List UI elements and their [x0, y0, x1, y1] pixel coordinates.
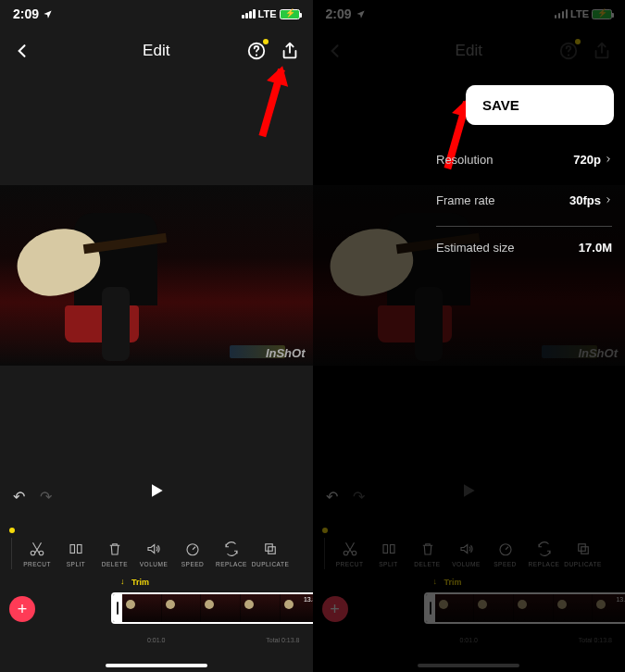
- timeline[interactable]: + Trim 13.8: [0, 585, 313, 631]
- svg-rect-3: [78, 544, 82, 553]
- trim-handle-left[interactable]: [113, 594, 122, 622]
- undo-redo: ↶ ↷: [13, 488, 52, 505]
- watermark: InShOt: [266, 346, 306, 360]
- current-time: 0:01.0: [147, 637, 165, 643]
- edit-toolbar: PRECUT SPLIT DELETE VOLUME SPEED REPLACE…: [0, 526, 313, 581]
- svg-rect-13: [581, 546, 588, 554]
- setting-resolution[interactable]: Resolution 720p: [436, 139, 612, 180]
- svg-rect-2: [70, 544, 75, 553]
- setting-label: Frame rate: [436, 193, 495, 207]
- svg-rect-12: [578, 543, 585, 551]
- status-indicators: LTE: [242, 8, 299, 19]
- header: Edit: [0, 28, 313, 74]
- help-icon[interactable]: [558, 41, 579, 61]
- status-time: 2:09: [13, 6, 53, 21]
- tool-split[interactable]: SPLIT: [56, 541, 95, 567]
- chevron-right-icon: [605, 194, 612, 205]
- setting-label: Resolution: [436, 153, 493, 167]
- clip-track[interactable]: 13.8: [111, 592, 313, 624]
- svg-rect-6: [269, 546, 276, 554]
- setting-value: 30fps: [569, 193, 601, 207]
- setting-framerate[interactable]: Frame rate 30fps: [436, 180, 612, 220]
- tool-volume[interactable]: VOLUME: [134, 541, 173, 567]
- setting-value: 720p: [573, 153, 601, 167]
- svg-rect-10: [390, 544, 394, 553]
- toolbar-dot: [9, 528, 15, 533]
- share-icon[interactable]: [592, 41, 612, 61]
- tool-precut[interactable]: PRECUT: [18, 541, 56, 567]
- screenshot-right: 2:09 LTE Edit InShOt ↶↷ PRECUT SPLIT: [313, 0, 626, 672]
- undo-icon[interactable]: ↶: [13, 488, 25, 505]
- network-label: LTE: [258, 8, 277, 19]
- export-settings: Resolution 720p Frame rate 30fps Estimat…: [436, 139, 612, 268]
- battery-icon: [280, 9, 300, 19]
- status-bar: 2:09 LTE: [313, 0, 626, 28]
- edit-toolbar: PRECUT SPLIT DELETE VOLUME SPEED REPLACE…: [313, 526, 626, 581]
- home-indicator[interactable]: [106, 664, 207, 667]
- location-icon: [43, 9, 53, 19]
- svg-point-1: [255, 54, 256, 56]
- tool-duplicate[interactable]: DUPLICATE: [251, 541, 290, 567]
- clip-duration: 13.8: [304, 596, 313, 603]
- add-clip-button[interactable]: +: [9, 596, 35, 622]
- setting-label: Estimated size: [436, 241, 515, 255]
- redo-icon[interactable]: ↷: [40, 488, 52, 505]
- header: Edit: [313, 28, 626, 74]
- save-button[interactable]: SAVE: [466, 85, 614, 125]
- screenshot-left: 2:09 LTE Edit InShOt ↶ ↷: [0, 0, 313, 672]
- back-icon[interactable]: [13, 42, 31, 60]
- share-icon[interactable]: [280, 41, 300, 61]
- location-icon: [356, 9, 366, 19]
- setting-filesize: Estimated size 17.0M: [436, 227, 612, 268]
- video-preview[interactable]: InShOt: [0, 185, 313, 366]
- setting-value: 17.0M: [579, 241, 612, 255]
- svg-point-8: [568, 54, 569, 56]
- tool-speed[interactable]: SPEED: [173, 541, 212, 567]
- signal-icon: [242, 9, 256, 19]
- back-icon[interactable]: [326, 42, 344, 60]
- status-bar: 2:09 LTE: [0, 0, 313, 28]
- home-indicator[interactable]: [418, 664, 519, 667]
- svg-rect-9: [383, 544, 388, 553]
- play-button[interactable]: [147, 481, 166, 505]
- total-time: Total 0:13.8: [266, 637, 299, 643]
- tool-replace[interactable]: REPLACE: [212, 541, 251, 567]
- tool-delete[interactable]: DELETE: [95, 541, 134, 567]
- time-info: 0:01.0 Total 0:13.8: [0, 637, 313, 643]
- trim-label: Trim: [131, 578, 149, 587]
- chevron-right-icon: [605, 154, 612, 165]
- svg-rect-5: [266, 543, 273, 551]
- notification-dot: [263, 39, 269, 44]
